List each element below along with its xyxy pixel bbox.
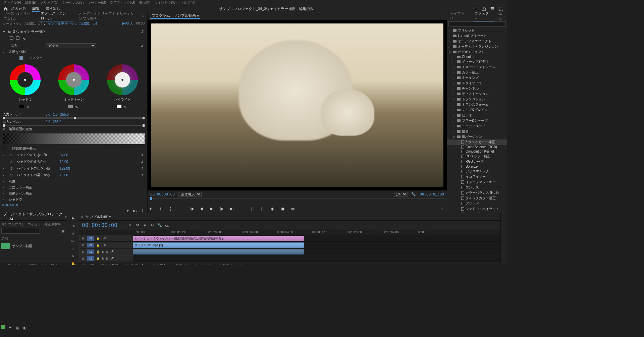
eyedropper-icon[interactable]: ✎	[74, 105, 79, 110]
slip-tool-icon[interactable]: ↔	[70, 247, 76, 251]
tab-effect-controls[interactable]: エフェクトコントロール	[39, 11, 73, 21]
track-lock-icon[interactable]: 🔒	[95, 249, 101, 255]
param-value[interactable]: 192.00	[60, 167, 70, 170]
folder-item[interactable]: ›カラー補正	[447, 70, 507, 75]
stopwatch-icon[interactable]: ⏱	[9, 152, 14, 158]
midtone-wheel[interactable]	[58, 64, 90, 96]
tab-effects[interactable]: エフェクト	[473, 11, 494, 21]
track-header[interactable]: ⊕ V1 🔒 👁	[79, 242, 133, 248]
folder-item[interactable]: ›描画	[447, 129, 507, 134]
resolution-dropdown[interactable]: 1/4	[393, 192, 408, 197]
button-editor-icon[interactable]: ＋	[439, 206, 445, 211]
export-frame-icon[interactable]: ◉	[270, 206, 276, 212]
input-level-white[interactable]: 255.0	[60, 113, 69, 116]
effect-item[interactable]: Color Balance (RGB)	[447, 145, 507, 149]
stopwatch-icon[interactable]: ⏱	[9, 166, 14, 171]
step-forward-icon[interactable]: |▶	[219, 206, 225, 212]
sequence-clip-link[interactable]: サンプル動画 • サンプル001.mp4	[48, 22, 97, 25]
tab-program[interactable]: プログラム：サンプル動画 ≡	[150, 13, 200, 19]
track-lock-icon[interactable]: 🔒	[95, 256, 101, 261]
effect-item[interactable]: エンボス	[447, 185, 507, 190]
reset-icon[interactable]: ↺	[139, 29, 145, 34]
mark-out-icon[interactable]: }	[168, 206, 174, 212]
safe-margins-icon[interactable]: ▭	[290, 206, 296, 212]
track-content[interactable]: サンプル001.mp4 [V]	[133, 242, 500, 248]
sequence-tab[interactable]: サンプル動画	[86, 214, 108, 219]
timeline-timecode[interactable]: 00:00:00:00	[79, 221, 120, 230]
track-select-tool-icon[interactable]: ⇥	[70, 224, 76, 228]
folder-item[interactable]: ›Obsolete	[447, 55, 507, 59]
effect-item[interactable]: イメージマットキー	[447, 179, 507, 185]
menu-file[interactable]: ファイル(F)	[3, 0, 21, 5]
folder-item[interactable]: ›チャンネル	[447, 86, 507, 91]
effects-search[interactable]	[448, 21, 506, 26]
marker-icon[interactable]: ▼	[142, 223, 148, 228]
folder-item[interactable]: ›ビデオ	[447, 113, 507, 118]
track-content[interactable]	[133, 248, 500, 255]
track-label[interactable]: V1	[87, 243, 94, 247]
solo-button[interactable]: S	[106, 257, 108, 260]
folder-item[interactable]: ›ディストーション	[447, 91, 507, 97]
mask-pen-icon[interactable]: ✎	[21, 36, 27, 42]
reset-icon[interactable]: ↺	[139, 166, 145, 171]
play-icon[interactable]: ▶	[209, 206, 215, 212]
folder-item[interactable]: ›キーイング	[447, 75, 507, 80]
play-only-icon[interactable]: ▶₊	[132, 208, 138, 213]
param-value[interactable]: 10.00	[60, 160, 68, 164]
param-group[interactable]: 彩度	[9, 179, 49, 184]
export-frame-icon[interactable]: ⇪	[140, 208, 145, 213]
track-content[interactable]	[133, 255, 500, 262]
master-checkbox[interactable]	[19, 56, 23, 60]
wrench-icon[interactable]: 🔧	[157, 223, 162, 228]
fit-dropdown[interactable]: 全体表示	[178, 192, 202, 197]
mask-ellipse-icon[interactable]	[9, 36, 14, 40]
insert-icon[interactable]: ⊕	[80, 256, 86, 261]
menu-help[interactable]: ヘルプ(H)	[180, 0, 195, 5]
folder-item[interactable]: ›オーディオトランジション	[447, 44, 507, 49]
program-monitor[interactable]	[148, 20, 447, 190]
folder-item[interactable]: ›トランジション	[447, 97, 507, 102]
midtone-swatch[interactable]	[68, 105, 73, 108]
solo-button[interactable]: S	[106, 250, 108, 254]
effect-item[interactable]: クイックカラー補正	[447, 195, 507, 201]
step-back-icon[interactable]: ◀|	[199, 206, 205, 212]
project-search[interactable]	[1, 228, 40, 234]
track-content[interactable]: 旧バージョン\3 ウェイカラー補正\階調範囲の定義\階調範囲を表示	[133, 235, 500, 241]
param-value[interactable]: 64.00	[60, 153, 68, 157]
folder-item[interactable]: ›ブラー&シャープ	[447, 118, 507, 123]
tonal-range-strip[interactable]	[3, 133, 145, 144]
stopwatch-icon[interactable]: ⏱	[9, 159, 14, 164]
eye-icon[interactable]: 👁	[102, 242, 107, 248]
clip[interactable]	[133, 249, 304, 255]
param-value[interactable]: 10.00	[60, 173, 68, 177]
highlight-wheel[interactable]	[106, 64, 139, 96]
pen-tool-icon[interactable]: ✎	[70, 254, 76, 259]
menu-window[interactable]: ウィンドウ(W)	[154, 0, 176, 5]
effect-item[interactable]: Convolution Kernel	[447, 149, 507, 154]
param-group[interactable]: シャドウ	[9, 197, 49, 202]
menu-clip[interactable]: クリップ(C)	[40, 0, 58, 5]
param-group[interactable]: 自動レベル補正	[9, 191, 49, 196]
project-item[interactable]: サンプル動画	[1, 243, 65, 249]
reset-icon[interactable]: ↺	[139, 43, 145, 48]
track-lock-icon[interactable]: 🔒	[95, 242, 101, 248]
linked-selection-icon[interactable]: ⋈	[135, 223, 140, 228]
menu-view[interactable]: 表示(V)	[139, 0, 150, 5]
folder-item[interactable]: ›ノイズ&グレイン	[447, 107, 507, 113]
folder-item[interactable]: ∨旧バージョン	[447, 134, 507, 139]
mute-button[interactable]: M	[102, 257, 105, 260]
insert-icon[interactable]: ⊕	[80, 242, 86, 248]
tab-project[interactable]: プロジェクト：サンプルプロジェクト_34...	[2, 212, 65, 222]
caption-icon[interactable]: cc	[164, 223, 170, 228]
lift-icon[interactable]: ⬚	[250, 206, 256, 212]
mask-rect-icon[interactable]	[16, 36, 19, 40]
effect-item[interactable]: Solarize	[447, 164, 507, 169]
folder-item[interactable]: ›ユーティリティ	[447, 123, 507, 129]
mic-icon[interactable]: 🎤	[109, 256, 115, 261]
go-to-in-icon[interactable]: |◀	[189, 206, 195, 212]
track-label[interactable]: A2	[87, 256, 94, 261]
snap-icon[interactable]: ❄	[127, 223, 133, 228]
effect-item[interactable]: アリスマチック	[447, 169, 507, 174]
insert-icon[interactable]: ⊕	[80, 249, 86, 255]
effect-item[interactable]: RGB カーブ	[447, 159, 507, 164]
